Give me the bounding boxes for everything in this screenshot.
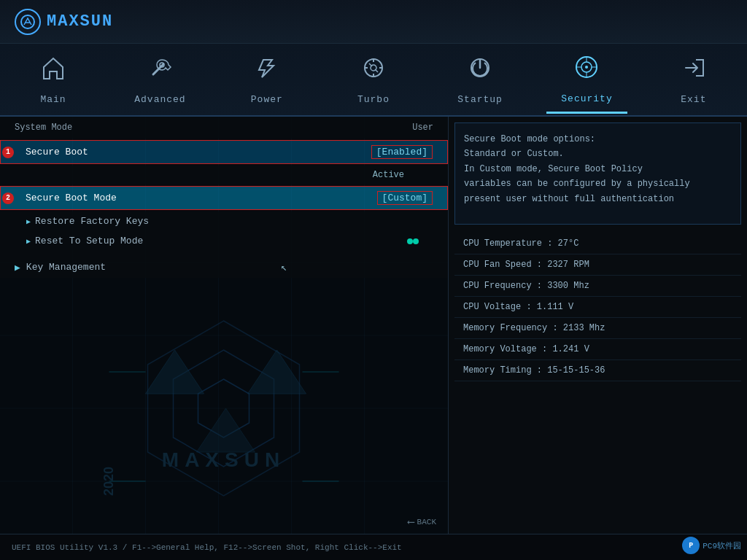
- stat-mem-voltage: Memory Voltage : 1.241 V: [454, 339, 741, 360]
- left-menu: System Mode User 1 Secure Boot [Enabled]…: [0, 117, 448, 278]
- home-icon: [39, 54, 67, 88]
- nav-item-main[interactable]: Main: [13, 47, 93, 112]
- nav-item-exit[interactable]: Exit: [654, 47, 734, 112]
- statusbar: UEFI BIOS Utility V1.3 / F1-->General He…: [0, 534, 747, 560]
- watermark-icon: P: [682, 537, 700, 554]
- exit-icon: [680, 54, 708, 88]
- logo-text: MAXSUN: [47, 12, 113, 31]
- nav-item-security[interactable]: Security: [546, 46, 627, 114]
- back-row: ⟵ BACK: [408, 516, 436, 528]
- stat-cpu-temp: CPU Temperature : 27°C: [454, 233, 741, 254]
- stat-cpu-freq: CPU Frequency : 3300 Mhz: [454, 276, 741, 297]
- statusbar-text: UEFI BIOS Utility V1.3 / F1-->General He…: [12, 543, 402, 552]
- header: MAXSUN: [0, 0, 747, 44]
- system-mode-row: System Mode User: [0, 117, 448, 139]
- back-icon: ⟵: [408, 516, 414, 528]
- system-mode-label: System Mode: [15, 122, 72, 133]
- nav-label-power: Power: [251, 94, 283, 105]
- startup-icon: [466, 54, 494, 88]
- stat-cpu-voltage: CPU Voltage : 1.111 V: [454, 297, 741, 318]
- watermark: P PC9软件园: [682, 537, 741, 554]
- restore-factory-label: Restore Factory Keys: [35, 216, 433, 227]
- svg-point-7: [585, 66, 588, 69]
- nav-label-exit: Exit: [681, 94, 706, 105]
- secure-boot-mode-item[interactable]: 2 Secure Boot Mode [Custom]: [0, 186, 448, 210]
- nav-label-turbo: Turbo: [357, 94, 390, 105]
- nav-label-main: Main: [40, 94, 66, 105]
- stat-mem-timing: Memory Timing : 15-15-15-36: [454, 360, 741, 381]
- stats-list: CPU Temperature : 27°C CPU Fan Speed : 2…: [449, 230, 747, 534]
- back-label: BACK: [417, 518, 436, 526]
- turbo-icon: [360, 54, 387, 88]
- left-panel: MAXSUN 2020 System Mode User 1 Secure Bo…: [0, 117, 449, 534]
- nav-item-advanced[interactable]: Advanced: [120, 47, 200, 112]
- svg-text:MAXSUN: MAXSUN: [162, 448, 285, 471]
- arrow-icon-3: ▶: [15, 262, 20, 273]
- navigation: Main Advanced Power: [0, 44, 747, 117]
- active-value: Active: [373, 170, 404, 180]
- secure-boot-label: Secure Boot: [15, 147, 371, 158]
- wrench-icon: [146, 54, 174, 88]
- arrow-icon-2: ▶: [26, 237, 31, 246]
- nav-item-power[interactable]: Power: [227, 47, 307, 112]
- info-text: Secure Boot mode options: Standard or Cu…: [464, 132, 732, 206]
- reset-setup-label: Reset To Setup Mode: [35, 236, 401, 246]
- stat-mem-freq: Memory Frequency : 2133 Mhz: [454, 318, 741, 339]
- restore-factory-item[interactable]: ▶ Restore Factory Keys: [0, 211, 448, 231]
- arrow-icon-1: ▶: [26, 217, 31, 226]
- secure-boot-item[interactable]: 1 Secure Boot [Enabled]: [0, 140, 448, 164]
- secure-boot-status: Active: [0, 166, 448, 184]
- nav-label-security: Security: [561, 93, 612, 104]
- system-mode-value: User: [412, 122, 433, 133]
- logo: MAXSUN: [15, 9, 113, 35]
- nav-label-advanced: Advanced: [134, 94, 185, 105]
- nav-label-startup: Startup: [457, 94, 503, 105]
- info-box: Secure Boot mode options: Standard or Cu…: [454, 122, 741, 225]
- secure-boot-value: [Enabled]: [371, 145, 433, 159]
- nav-item-startup[interactable]: Startup: [440, 47, 520, 112]
- nav-item-turbo[interactable]: Turbo: [333, 47, 414, 112]
- content-area: MAXSUN 2020 System Mode User 1 Secure Bo…: [0, 117, 747, 534]
- right-panel: Secure Boot mode options: Standard or Cu…: [449, 117, 747, 534]
- key-management-label: Key Management: [26, 262, 106, 273]
- logo-icon: [15, 9, 41, 35]
- item-number-1: 1: [2, 147, 14, 158]
- watermark-text: PC9软件园: [703, 540, 741, 551]
- svg-text:2020: 2020: [101, 467, 116, 496]
- secure-boot-mode-value: [Custom]: [377, 191, 433, 205]
- secure-boot-mode-label: Secure Boot Mode: [15, 192, 377, 203]
- reset-setup-item[interactable]: ▶ Reset To Setup Mode: [0, 231, 448, 251]
- key-management-item[interactable]: ▶ Key Management ↖: [0, 257, 448, 278]
- stat-cpu-fan: CPU Fan Speed : 2327 RPM: [454, 254, 741, 276]
- item-number-2: 2: [2, 192, 14, 204]
- security-icon: [573, 53, 600, 88]
- power-icon: [253, 54, 281, 88]
